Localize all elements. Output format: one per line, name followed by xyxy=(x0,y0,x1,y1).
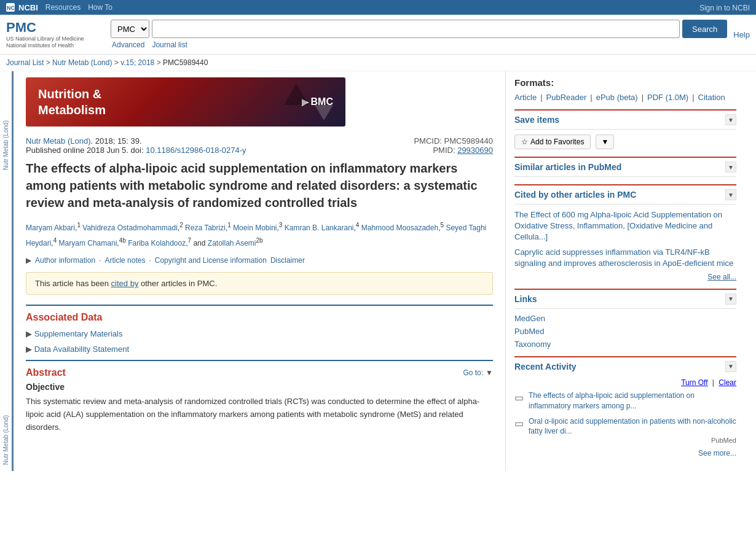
article-title: The effects of alpha-lipoic acid supplem… xyxy=(26,160,493,211)
abstract-text: This systematic review and meta-analysis… xyxy=(26,395,493,434)
cited-by-title: Cited by other articles in PMC xyxy=(514,190,636,200)
add-favorites-btn[interactable]: ☆ Add to Favorites xyxy=(514,134,591,149)
author-kolahdooz[interactable]: Fariba Kolahdooz xyxy=(128,239,186,247)
pmc-logo-area: PMC US National Library of Medicine Nati… xyxy=(6,20,104,49)
breadcrumb-journal-name[interactable]: Nutr Metab (Lond) xyxy=(52,58,112,67)
database-select[interactable]: PMC xyxy=(111,20,149,38)
breadcrumb-pmcid: PMC5989440 xyxy=(163,58,208,67)
resources-link[interactable]: Resources xyxy=(45,3,81,12)
see-more-link[interactable]: See more... xyxy=(698,449,736,457)
medgen-link[interactable]: MedGen xyxy=(514,314,736,323)
author-moosazadeh[interactable]: Mahmood Moosazadeh xyxy=(361,224,438,232)
pmc-header: PMC US National Library of Medicine Nati… xyxy=(0,15,756,55)
article-meta-left: Nutr Metab (Lond). 2018; 15: 39. Publish… xyxy=(26,136,246,155)
taxonomy-link[interactable]: Taxonomy xyxy=(514,340,736,349)
authors: Maryam Akbari,1 Vahidreza Ostadmohammadi… xyxy=(26,220,493,250)
save-items-title: Save items xyxy=(514,115,559,125)
author-tabrizi[interactable]: Reza Tabrizi xyxy=(185,224,226,232)
formats-links: Article | PubReader | ePub (beta) | PDF … xyxy=(514,93,736,102)
abstract-section: Abstract Go to: ▼ Objective This systema… xyxy=(26,367,493,434)
right-sidebar: Formats: Article | PubReader | ePub (bet… xyxy=(505,71,745,471)
cited-article-2-link[interactable]: Caprylic acid suppresses inflammation vi… xyxy=(514,247,733,268)
search-button[interactable]: Search xyxy=(682,20,727,38)
turn-off-link[interactable]: Turn Off xyxy=(681,378,707,387)
published-online: Published online 2018 Jun 5. xyxy=(26,146,128,155)
star-icon: ☆ xyxy=(521,138,528,146)
author-lankarani[interactable]: Kamran B. Lankarani xyxy=(285,224,354,232)
sidebar-label-top: Nutr Metab (Lond) xyxy=(2,120,9,170)
breadcrumb-volume[interactable]: v.15; 2018 xyxy=(120,58,154,67)
search-input[interactable] xyxy=(152,20,680,38)
links-content: MedGen PubMed Taxonomy xyxy=(514,314,736,349)
activity-1-link[interactable]: The effects of alpha-lipoic acid supplem… xyxy=(529,391,695,410)
ncbi-text[interactable]: NCBI xyxy=(18,3,38,12)
see-all-link[interactable]: See all... xyxy=(707,273,736,281)
article-content: Nutrition & Metabolism BMC Nutr Metab (L… xyxy=(14,71,505,471)
save-items-toggle[interactable]: ▼ xyxy=(725,114,736,125)
journal-list-link[interactable]: Journal list xyxy=(152,41,187,49)
abstract-header: Abstract Go to: ▼ xyxy=(26,367,493,378)
copyright-link[interactable]: Copyright and License information xyxy=(155,256,267,265)
article-meta-right: PMCID: PMC5989440 PMID: 29930690 xyxy=(414,136,493,155)
howto-link[interactable]: How To xyxy=(88,3,112,12)
citation-link[interactable]: Citation xyxy=(698,93,725,102)
associated-data-heading: Associated Data xyxy=(26,312,493,323)
article-num: 39 xyxy=(131,136,140,146)
cited-article-1-link[interactable]: The Effect of 600 mg Alpha-lipoic Acid S… xyxy=(514,210,722,241)
signin-link[interactable]: Sign in to NCBI xyxy=(699,4,750,12)
breadcrumb-journal-list[interactable]: Journal List xyxy=(6,58,44,67)
article-format-link[interactable]: Article xyxy=(514,93,537,102)
activity-icon-2: ▭ xyxy=(514,418,524,429)
pmc-sub-text: US National Library of Medicine National… xyxy=(6,36,104,49)
author-chamani[interactable]: Maryam Chamani xyxy=(59,239,117,247)
arrow-icon: ▶ xyxy=(26,256,31,265)
supplementary-link[interactable]: Supplementary Materials xyxy=(34,329,123,338)
activity-text-1: The effects of alpha-lipoic acid supplem… xyxy=(529,391,736,411)
goto-row: Go to: ▼ xyxy=(463,368,493,377)
associated-data-section: Associated Data Supplementary Materials … xyxy=(26,312,493,354)
links-toggle[interactable]: ▼ xyxy=(725,294,736,305)
left-sidebar: Nutr Metab (Lond) Nutr Metab (Lond) xyxy=(0,71,14,471)
divider1 xyxy=(26,305,493,306)
author-ostadmohammadi[interactable]: Vahidreza Ostadmohammadi xyxy=(82,224,178,232)
pmid-link[interactable]: 29930690 xyxy=(457,146,493,155)
pmc-logo: PMC xyxy=(6,20,104,36)
cited-text: This article has been xyxy=(35,279,109,288)
author-mobini[interactable]: Moein Mobini xyxy=(233,224,277,232)
pubmed-link[interactable]: PubMed xyxy=(514,327,736,336)
data-availability-row: Data Availability Statement xyxy=(26,345,493,354)
activity-2-link[interactable]: Oral α-lipoic acid supplementation in pa… xyxy=(529,417,736,436)
article-meta: Nutr Metab (Lond). 2018; 15: 39. Publish… xyxy=(26,136,493,155)
cited-by-toggle[interactable]: ▼ xyxy=(725,189,736,200)
goto-link[interactable]: Go to: xyxy=(463,368,483,377)
breadcrumb: Journal List > Nutr Metab (Lond) > v.15;… xyxy=(0,55,756,71)
favorites-dropdown-btn[interactable]: ▼ xyxy=(596,134,614,149)
search-links: Advanced Journal list xyxy=(111,41,727,49)
pubreader-link[interactable]: PubReader xyxy=(546,93,587,102)
activity-icon-1: ▭ xyxy=(514,392,524,403)
epub-link[interactable]: ePub (beta) xyxy=(596,93,638,102)
author-info-link[interactable]: Author information xyxy=(35,256,95,265)
objective-heading: Objective xyxy=(26,382,493,392)
advanced-link[interactable]: Advanced xyxy=(112,41,144,49)
doi-link[interactable]: 10.1186/s12986-018-0274-y xyxy=(146,146,246,155)
clear-link[interactable]: Clear xyxy=(719,378,736,387)
formats-section: Formats: Article | PubReader | ePub (bet… xyxy=(514,77,736,102)
data-availability-link[interactable]: Data Availability Statement xyxy=(34,345,129,354)
disclaimer-link[interactable]: Disclaimer xyxy=(270,256,305,265)
banner-decor1 xyxy=(284,84,309,105)
author-asemi[interactable]: Zatollah Asemi xyxy=(208,239,256,247)
journal-link[interactable]: Nutr Metab (Lond) xyxy=(26,136,91,146)
similar-articles-section: Similar articles in PubMed ▼ xyxy=(514,157,736,177)
pdf-link[interactable]: PDF (1.0M) xyxy=(647,93,688,102)
recent-activity-section: Recent Activity ▼ Turn Off | Clear ▭ The… xyxy=(514,356,736,457)
recent-activity-title: Recent Activity xyxy=(514,362,577,372)
pmcid: PMCID: PMC5989440 xyxy=(414,136,493,146)
similar-articles-toggle[interactable]: ▼ xyxy=(725,162,736,173)
cited-by-link[interactable]: cited by xyxy=(111,279,139,288)
author-akbari[interactable]: Maryam Akbari xyxy=(26,224,75,232)
search-row: PMC Search xyxy=(111,20,727,38)
recent-activity-toggle[interactable]: ▼ xyxy=(725,361,736,372)
article-notes-link[interactable]: Article notes xyxy=(104,256,145,265)
help-link[interactable]: Help xyxy=(733,30,750,39)
